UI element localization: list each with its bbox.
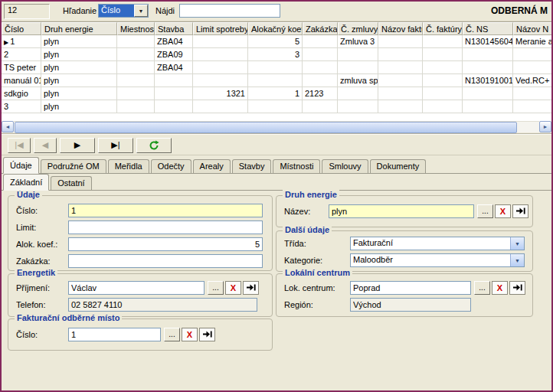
grid-cell[interactable] bbox=[117, 48, 155, 61]
tab--daje[interactable]: Údaje bbox=[3, 157, 39, 174]
grid-cell[interactable] bbox=[155, 74, 193, 87]
grid-cell[interactable] bbox=[303, 48, 338, 61]
grid-cell[interactable] bbox=[248, 100, 303, 113]
grid-cell[interactable]: ▶1 bbox=[2, 35, 41, 48]
grid-cell[interactable] bbox=[193, 100, 248, 113]
grid-column-header[interactable]: Č. faktúry bbox=[423, 22, 463, 35]
first-record-button[interactable]: |◀ bbox=[8, 138, 31, 153]
grid-row[interactable]: manuál 01plynzmluva spN130191001Ved.RC+ bbox=[2, 74, 551, 87]
grid-cell[interactable] bbox=[117, 87, 155, 100]
grid-cell[interactable] bbox=[338, 48, 378, 61]
cislo-input[interactable] bbox=[68, 204, 263, 217]
druh-energie-clear-button[interactable]: X bbox=[495, 204, 511, 218]
grid-column-header[interactable]: Stavba bbox=[155, 22, 193, 35]
nazev-input[interactable] bbox=[329, 204, 474, 218]
grid-column-header[interactable]: Miestnosť bbox=[117, 22, 155, 35]
chevron-down-icon[interactable]: ▼ bbox=[510, 237, 524, 250]
tab-arealy[interactable]: Arealy bbox=[193, 159, 231, 173]
grid-cell[interactable] bbox=[513, 61, 551, 74]
kategorie-combo[interactable]: Maloodběr ▼ bbox=[350, 253, 525, 267]
energetik-goto-button[interactable] bbox=[243, 281, 259, 295]
druh-energie-lookup-button[interactable]: ... bbox=[477, 204, 493, 218]
grid-column-header[interactable]: Č. NS bbox=[463, 22, 513, 35]
grid-cell[interactable] bbox=[513, 87, 551, 100]
grid-cell[interactable] bbox=[117, 74, 155, 87]
grid-cell[interactable]: N130191001 bbox=[463, 74, 513, 87]
grid-cell[interactable] bbox=[303, 61, 338, 74]
prior-record-button[interactable]: ◀ bbox=[34, 138, 57, 153]
grid-row[interactable]: sdkgioplyn132112123 bbox=[2, 87, 551, 100]
grid-column-header[interactable]: Názov faktúry bbox=[378, 22, 423, 35]
grid-cell[interactable] bbox=[193, 48, 248, 61]
grid-cell[interactable]: ZBA09 bbox=[155, 48, 193, 61]
tab-ode-ty[interactable]: Odečty bbox=[151, 159, 191, 173]
grid-cell[interactable] bbox=[338, 100, 378, 113]
grid-cell[interactable] bbox=[423, 61, 463, 74]
grid-cell[interactable]: plyn bbox=[41, 74, 117, 87]
grid-cell[interactable] bbox=[155, 100, 193, 113]
grid-cell[interactable]: Zmluva 3 bbox=[338, 35, 378, 48]
grid-cell[interactable] bbox=[423, 35, 463, 48]
scrollbar-track[interactable] bbox=[14, 121, 539, 132]
grid-cell[interactable] bbox=[423, 74, 463, 87]
grid-cell[interactable]: 2123 bbox=[303, 87, 338, 100]
tab-smlouvy[interactable]: Smlouvy bbox=[322, 159, 368, 173]
grid-cell[interactable]: sdkgio bbox=[2, 87, 41, 100]
grid-cell[interactable] bbox=[378, 35, 423, 48]
grid-cell[interactable] bbox=[378, 100, 423, 113]
grid-cell[interactable]: Ved.RC+ bbox=[513, 74, 551, 87]
grid-cell[interactable] bbox=[378, 87, 423, 100]
limit-input[interactable] bbox=[68, 220, 263, 234]
grid-cell[interactable] bbox=[248, 74, 303, 87]
druh-energie-goto-button[interactable] bbox=[512, 204, 528, 218]
grid-cell[interactable]: 5 bbox=[248, 35, 303, 48]
grid-cell[interactable] bbox=[193, 35, 248, 48]
search-field-combo[interactable]: Číslo ▼ bbox=[98, 4, 149, 18]
grid-row[interactable]: ▶1plynZBA045Zmluva 3N130145604Meranie a bbox=[2, 35, 551, 48]
grid-cell[interactable]: plyn bbox=[41, 35, 117, 48]
find-input[interactable] bbox=[179, 4, 280, 18]
next-record-button[interactable]: ▶ bbox=[60, 138, 95, 153]
grid-column-header[interactable]: Druh energie bbox=[41, 22, 117, 35]
grid-cell[interactable]: manuál 01 bbox=[2, 74, 41, 87]
grid-cell[interactable]: plyn bbox=[41, 87, 117, 100]
grid-row[interactable]: 2plynZBA093 bbox=[2, 48, 551, 61]
fakturacni-lookup-button[interactable]: ... bbox=[164, 328, 180, 341]
grid-cell[interactable] bbox=[423, 87, 463, 100]
grid-cell[interactable] bbox=[378, 48, 423, 61]
grid-horizontal-scrollbar[interactable]: ◄ ► bbox=[2, 121, 551, 132]
tab-podru-n-om[interactable]: Podružné OM bbox=[41, 159, 106, 173]
scroll-right-icon[interactable]: ► bbox=[539, 121, 551, 132]
grid-cell[interactable] bbox=[423, 100, 463, 113]
grid-cell[interactable]: zmluva sp bbox=[338, 74, 378, 87]
grid-cell[interactable] bbox=[248, 61, 303, 74]
prijmeni-input[interactable] bbox=[68, 281, 205, 295]
region-input[interactable] bbox=[350, 298, 471, 312]
lok-centrum-lookup-button[interactable]: ... bbox=[474, 281, 490, 295]
grid-cell[interactable]: plyn bbox=[41, 100, 117, 113]
grid-cell[interactable]: N130145604 bbox=[463, 35, 513, 48]
last-record-button[interactable]: ▶| bbox=[98, 138, 133, 153]
subtab-z-kladn-[interactable]: Základní bbox=[3, 174, 49, 191]
scrollbar-thumb[interactable] bbox=[15, 122, 517, 133]
grid-row[interactable]: TS peterplynZBA04 bbox=[2, 61, 551, 74]
grid-column-header[interactable]: Číslo bbox=[2, 22, 41, 35]
fakturacni-cislo-input[interactable] bbox=[68, 328, 161, 341]
grid-cell[interactable]: TS peter bbox=[2, 61, 41, 74]
grid-cell[interactable] bbox=[193, 74, 248, 87]
grid-cell[interactable] bbox=[423, 48, 463, 61]
tab-m-stnosti[interactable]: Místnosti bbox=[273, 159, 320, 173]
grid-cell[interactable]: ZBA04 bbox=[155, 35, 193, 48]
chevron-down-icon[interactable]: ▼ bbox=[134, 5, 148, 17]
alok-koef-input[interactable] bbox=[68, 237, 263, 251]
subtab-ostatn-[interactable]: Ostatní bbox=[51, 176, 91, 190]
energetik-lookup-button[interactable]: ... bbox=[208, 281, 224, 295]
grid-cell[interactable] bbox=[155, 87, 193, 100]
grid-cell[interactable] bbox=[463, 100, 513, 113]
grid-column-header[interactable]: Alokačný koef. bbox=[248, 22, 303, 35]
grid-cell[interactable] bbox=[117, 61, 155, 74]
fakturacni-clear-button[interactable]: X bbox=[182, 328, 198, 341]
chevron-down-icon[interactable]: ▼ bbox=[510, 254, 524, 266]
energetik-clear-button[interactable]: X bbox=[225, 281, 241, 295]
grid-cell[interactable] bbox=[303, 100, 338, 113]
